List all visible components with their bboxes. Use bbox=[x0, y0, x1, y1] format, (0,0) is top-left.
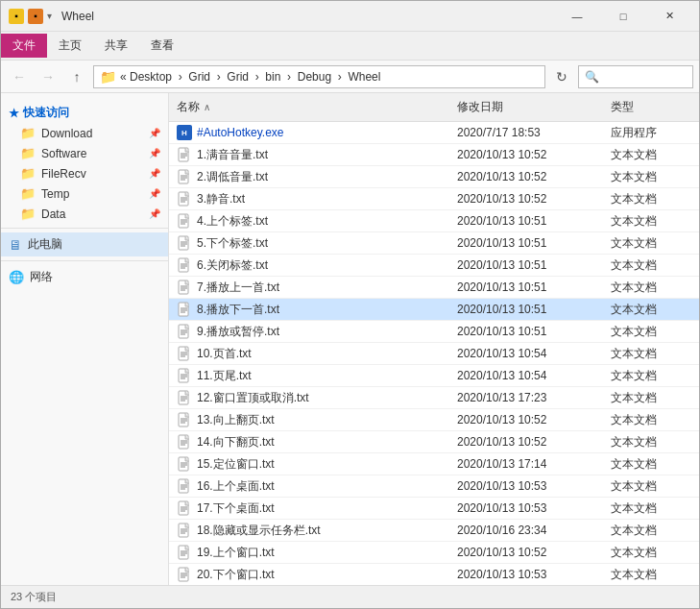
address-path[interactable]: 📁 « Desktop › Grid › Grid › bin › Debug … bbox=[93, 65, 545, 88]
maximize-button[interactable]: □ bbox=[601, 3, 645, 30]
folder-icon-yellow: ▪ bbox=[9, 9, 24, 24]
file-name-cell: 1.满音音量.txt bbox=[169, 144, 449, 165]
table-row[interactable]: 6.关闭标签.txt2020/10/13 10:51文本文档 bbox=[169, 255, 699, 277]
pin-icon: 📌 bbox=[149, 208, 160, 219]
table-row[interactable]: 7.播放上一首.txt2020/10/13 10:51文本文档 bbox=[169, 277, 699, 299]
file-name-cell: 19.上个窗口.txt bbox=[169, 542, 449, 563]
table-row[interactable]: H#AutoHotkey.exe2020/7/17 18:53应用程序 bbox=[169, 122, 699, 144]
file-name: 19.上个窗口.txt bbox=[197, 545, 275, 561]
sidebar-item-filerecv[interactable]: 📁 FileRecv 📌 bbox=[1, 163, 168, 183]
table-row[interactable]: 14.向下翻页.txt2020/10/13 10:52文本文档 bbox=[169, 431, 699, 453]
up-button[interactable]: ↑ bbox=[64, 64, 89, 89]
col-date-label: 修改日期 bbox=[457, 99, 503, 115]
folder-icon-orange: ▪ bbox=[28, 9, 43, 24]
table-row[interactable]: 19.上个窗口.txt2020/10/13 10:52文本文档 bbox=[169, 542, 699, 564]
file-name: 3.静音.txt bbox=[197, 191, 245, 207]
file-name: 12.窗口置顶或取消.txt bbox=[197, 390, 309, 406]
txt-icon bbox=[177, 280, 192, 295]
refresh-button[interactable]: ↻ bbox=[549, 64, 574, 89]
file-date-cell: 2020/10/13 17:14 bbox=[449, 453, 603, 475]
pin-icon: 📌 bbox=[149, 188, 160, 199]
sidebar-divider bbox=[1, 228, 168, 229]
col-header-type[interactable]: 类型 bbox=[603, 95, 699, 119]
table-row[interactable]: 9.播放或暂停.txt2020/10/13 10:51文本文档 bbox=[169, 321, 699, 343]
txt-icon bbox=[177, 257, 192, 273]
file-name-cell: 17.下个桌面.txt bbox=[169, 498, 449, 519]
file-kind-cell: 文本文档 bbox=[603, 542, 699, 563]
file-date-cell: 2020/10/13 10:52 bbox=[449, 409, 603, 430]
table-row[interactable]: 5.下个标签.txt2020/10/13 10:51文本文档 bbox=[169, 232, 699, 255]
file-name: 6.关闭标签.txt bbox=[197, 257, 268, 274]
back-button[interactable]: ← bbox=[7, 64, 32, 89]
file-date-cell: 2020/10/13 10:51 bbox=[449, 210, 603, 231]
sidebar-item-temp[interactable]: 📁 Temp 📌 bbox=[1, 183, 168, 204]
file-name: 8.播放下一首.txt bbox=[197, 302, 279, 318]
minimize-button[interactable]: — bbox=[555, 3, 599, 30]
file-kind-cell: 应用程序 bbox=[603, 122, 699, 143]
file-date-cell: 2020/10/13 10:52 bbox=[449, 188, 603, 209]
menu-home[interactable]: 主页 bbox=[47, 34, 93, 58]
menu-view[interactable]: 查看 bbox=[139, 34, 185, 58]
table-row[interactable]: 10.页首.txt2020/10/13 10:54文本文档 bbox=[169, 343, 699, 365]
forward-button[interactable]: → bbox=[36, 64, 60, 89]
sidebar-item-software[interactable]: 📁 Software 📌 bbox=[1, 143, 168, 163]
file-name-cell: 7.播放上一首.txt bbox=[169, 277, 449, 298]
file-name: 15.定位窗口.txt bbox=[197, 456, 275, 473]
file-name-cell: 16.上个桌面.txt bbox=[169, 475, 449, 497]
col-header-name[interactable]: 名称 ∧ bbox=[169, 95, 449, 119]
table-row[interactable]: 15.定位窗口.txt2020/10/13 17:14文本文档 bbox=[169, 453, 699, 475]
table-row[interactable]: 8.播放下一首.txt2020/10/13 10:51文本文档 bbox=[169, 299, 699, 321]
file-date-cell: 2020/10/13 10:52 bbox=[449, 542, 603, 563]
table-row[interactable]: 18.隐藏或显示任务栏.txt2020/10/16 23:34文本文档 bbox=[169, 520, 699, 542]
file-kind-cell: 文本文档 bbox=[603, 498, 699, 519]
file-kind-cell: 文本文档 bbox=[603, 188, 699, 209]
sidebar-item-this-pc[interactable]: 🖥 此电脑 bbox=[1, 232, 168, 256]
table-row[interactable]: 11.页尾.txt2020/10/13 10:54文本文档 bbox=[169, 365, 699, 387]
table-row[interactable]: 3.静音.txt2020/10/13 10:52文本文档 bbox=[169, 188, 699, 210]
txt-icon bbox=[177, 147, 192, 162]
table-row[interactable]: 20.下个窗口.txt2020/10/13 10:53文本文档 bbox=[169, 564, 699, 585]
menu-file[interactable]: 文件 bbox=[1, 34, 47, 58]
file-date-cell: 2020/10/13 10:52 bbox=[449, 144, 603, 165]
table-row[interactable]: 12.窗口置顶或取消.txt2020/10/13 17:23文本文档 bbox=[169, 387, 699, 409]
pin-icon: 📌 bbox=[149, 148, 160, 158]
file-name: 16.上个桌面.txt bbox=[197, 478, 275, 495]
file-name: 2.调低音量.txt bbox=[197, 169, 268, 185]
file-date-cell: 2020/10/13 10:51 bbox=[449, 255, 603, 276]
file-name-cell: H#AutoHotkey.exe bbox=[169, 122, 449, 143]
sidebar-item-data[interactable]: 📁 Data 📌 bbox=[1, 204, 168, 224]
txt-icon bbox=[177, 191, 192, 207]
file-name-cell: 2.调低音量.txt bbox=[169, 166, 449, 187]
table-row[interactable]: 4.上个标签.txt2020/10/13 10:51文本文档 bbox=[169, 210, 699, 232]
file-name: 7.播放上一首.txt bbox=[197, 280, 279, 296]
sidebar-divider-2 bbox=[1, 260, 168, 261]
file-date-cell: 2020/10/13 17:23 bbox=[449, 387, 603, 408]
file-name-cell: 11.页尾.txt bbox=[169, 365, 449, 386]
file-name-cell: 5.下个标签.txt bbox=[169, 232, 449, 254]
file-list-container: 名称 ∧ 修改日期 类型 H#AutoHotkey.exe2020/7/17 1… bbox=[169, 93, 699, 585]
table-row[interactable]: 1.满音音量.txt2020/10/13 10:52文本文档 bbox=[169, 144, 699, 166]
menu-share[interactable]: 共享 bbox=[93, 34, 139, 58]
close-button[interactable]: ✕ bbox=[647, 3, 691, 30]
table-row[interactable]: 16.上个桌面.txt2020/10/13 10:53文本文档 bbox=[169, 475, 699, 498]
sidebar-item-label: FileRecv bbox=[41, 167, 86, 181]
col-header-date[interactable]: 修改日期 bbox=[449, 95, 603, 119]
file-name-cell: 14.向下翻页.txt bbox=[169, 431, 449, 452]
file-name: 14.向下翻页.txt bbox=[197, 434, 275, 451]
sidebar-item-download[interactable]: 📁 Download 📌 bbox=[1, 123, 168, 143]
table-row[interactable]: 2.调低音量.txt2020/10/13 10:52文本文档 bbox=[169, 166, 699, 188]
file-kind-cell: 文本文档 bbox=[603, 277, 699, 298]
txt-icon bbox=[177, 213, 192, 229]
file-name-cell: 12.窗口置顶或取消.txt bbox=[169, 387, 449, 408]
folder-icon: 📁 bbox=[20, 207, 36, 221]
search-box[interactable]: 🔍 bbox=[578, 65, 693, 88]
network-label: 网络 bbox=[30, 269, 53, 285]
file-date-cell: 2020/10/13 10:53 bbox=[449, 498, 603, 519]
table-row[interactable]: 13.向上翻页.txt2020/10/13 10:52文本文档 bbox=[169, 409, 699, 431]
table-row[interactable]: 17.下个桌面.txt2020/10/13 10:53文本文档 bbox=[169, 498, 699, 520]
file-name: 11.页尾.txt bbox=[197, 368, 252, 384]
txt-icon bbox=[177, 500, 192, 516]
sidebar-item-network[interactable]: 🌐 网络 bbox=[1, 265, 168, 289]
sidebar-item-label: Download bbox=[41, 127, 92, 140]
file-date-cell: 2020/10/13 10:52 bbox=[449, 166, 603, 187]
